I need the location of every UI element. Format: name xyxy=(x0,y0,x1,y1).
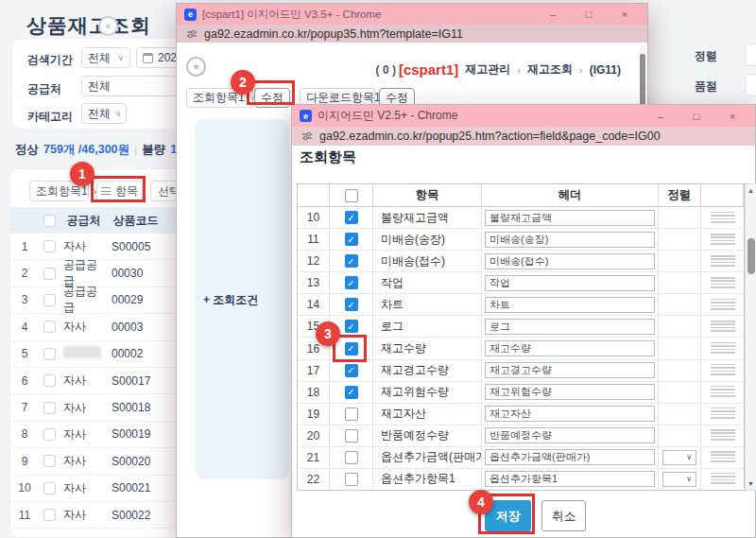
field-checkbox[interactable]: ✓ xyxy=(345,276,358,289)
drag-cell xyxy=(701,294,744,315)
soldout-field[interactable] xyxy=(745,74,756,96)
popup35-url[interactable]: ga92.ezadmin.co.kr/popup35.htm?template=… xyxy=(204,27,463,41)
checkbox-cell xyxy=(39,402,60,414)
field-checkbox[interactable]: ✓ xyxy=(345,320,358,333)
drag-handle-icon[interactable] xyxy=(711,277,735,289)
popup25-titlebar[interactable]: e 이지어드민 V2.5+ - Chrome – □ × xyxy=(292,105,755,127)
minimize-button[interactable]: – xyxy=(538,9,568,20)
drag-handle-icon[interactable] xyxy=(711,473,735,485)
drag-handle-icon[interactable] xyxy=(711,408,735,420)
drag-handle-icon[interactable] xyxy=(711,451,735,463)
field-checkbox[interactable]: ✓ xyxy=(345,254,358,268)
checkbox-cell: ✓ xyxy=(330,360,373,381)
header-input[interactable]: 차트 xyxy=(485,297,655,313)
period-select[interactable]: 전체 ∨ xyxy=(81,47,130,68)
row-checkbox[interactable] xyxy=(43,268,56,280)
header-item: 항목 xyxy=(373,184,482,206)
row-checkbox[interactable] xyxy=(43,374,56,387)
drag-handle-icon[interactable] xyxy=(711,429,735,442)
scroll-up-icon[interactable]: ▲ xyxy=(746,187,756,194)
breadcrumb-item[interactable]: 재고조회 xyxy=(527,61,573,78)
select-all-checkbox[interactable] xyxy=(345,189,358,202)
checkbox-cell: ✓ xyxy=(330,251,373,271)
drag-cell xyxy=(701,425,744,446)
drag-handle-icon[interactable] xyxy=(711,321,735,333)
field-checkbox[interactable] xyxy=(345,429,358,443)
category-label: 카테고리 xyxy=(27,109,73,125)
favorite-star-icon[interactable]: ★ xyxy=(98,16,118,36)
header-input[interactable]: 반품예정수량 xyxy=(485,427,655,443)
field-checkbox[interactable] xyxy=(345,408,358,421)
field-checkbox[interactable]: ✓ xyxy=(345,233,358,246)
header-input[interactable]: 재고수량 xyxy=(485,340,655,356)
screen: 상품재고조회 ★ 검색기간 전체 ∨ 2025-0 공급처 전체 카테고리 전체… xyxy=(0,0,756,538)
row-checkbox[interactable] xyxy=(43,428,56,441)
header-input[interactable]: 재고자산 xyxy=(485,406,655,422)
sort-select[interactable]: ∨ xyxy=(662,472,696,487)
header-input[interactable]: 작업 xyxy=(485,275,655,291)
scrollbar-thumb[interactable] xyxy=(747,238,755,274)
field-checkbox[interactable] xyxy=(345,473,358,486)
drag-handle-icon[interactable] xyxy=(711,299,735,311)
header-input[interactable]: 로그 xyxy=(485,319,655,335)
drag-handle-icon[interactable] xyxy=(711,234,735,246)
header-input[interactable]: 재고경고수량 xyxy=(485,362,655,378)
field-checkbox[interactable]: ✓ xyxy=(345,386,358,399)
calendar-icon xyxy=(143,53,153,63)
minimize-button[interactable]: – xyxy=(645,111,676,122)
field-item-label: 옵션추가금액(판매가) xyxy=(373,447,482,468)
field-row: 11✓미배송(송장)미배송(송장) xyxy=(298,229,744,251)
header-input[interactable]: 미배송(접수) xyxy=(485,253,655,269)
field-checkbox[interactable]: ✓ xyxy=(345,298,358,311)
drag-handle-icon[interactable] xyxy=(711,212,735,224)
add-query-condition-button[interactable]: + 조회조건 xyxy=(203,292,258,308)
popup35-titlebar[interactable]: e [cspart1] 이지어드민 V3.5+ - Chrome – □ × xyxy=(177,4,647,25)
annotation-step-1: 1 xyxy=(70,162,94,186)
sort-cell xyxy=(659,338,701,358)
popup25-url[interactable]: ga92.ezadmin.co.kr/popup25.htm?action=fi… xyxy=(319,130,661,143)
header-input[interactable]: 불량재고금액 xyxy=(485,210,655,226)
header-input[interactable]: 옵션추가항목1 xyxy=(485,471,655,487)
row-checkbox[interactable] xyxy=(43,348,56,360)
favorite-star-icon[interactable]: ★ xyxy=(186,57,206,77)
sort-field[interactable] xyxy=(745,43,756,66)
row-checkbox[interactable] xyxy=(43,482,56,495)
field-row: 19재고자산재고자산 xyxy=(298,404,744,425)
maximize-button[interactable]: □ xyxy=(574,9,604,20)
row-checkbox[interactable] xyxy=(43,402,56,414)
drag-handle-icon[interactable] xyxy=(711,342,735,355)
supplier-label: 공급처 xyxy=(27,81,61,97)
drag-handle-icon[interactable] xyxy=(711,386,735,398)
row-checkbox[interactable] xyxy=(43,240,56,252)
category-select[interactable]: 전체 ∨ xyxy=(81,103,127,124)
field-item-label: 재고수량 xyxy=(373,338,482,358)
field-checkbox[interactable] xyxy=(345,451,358,464)
site-settings-icon[interactable] xyxy=(186,28,198,40)
header-input[interactable]: 옵션추가금액(판매가) xyxy=(485,449,655,465)
supplier-cell: 자사 xyxy=(60,373,108,389)
header-input[interactable]: 재고위험수량 xyxy=(485,384,655,400)
field-checkbox[interactable]: ✓ xyxy=(345,364,358,377)
row-checkbox[interactable] xyxy=(43,455,56,467)
popup25-scrollbar[interactable]: ▲ ▼ xyxy=(745,183,756,491)
close-button[interactable]: × xyxy=(717,111,747,122)
sort-select[interactable]: ∨ xyxy=(662,450,696,465)
breadcrumb-item[interactable]: 재고관리 xyxy=(465,61,510,78)
header-cell: 미배송(송장) xyxy=(482,229,659,250)
select-all-checkbox[interactable] xyxy=(43,215,56,227)
row-checkbox[interactable] xyxy=(43,294,56,306)
row-number: 10 xyxy=(10,481,39,495)
sort-cell xyxy=(659,360,701,381)
drag-handle-icon[interactable] xyxy=(711,364,735,376)
drag-handle-icon[interactable] xyxy=(711,255,735,268)
cancel-button[interactable]: 취소 xyxy=(541,500,586,531)
row-checkbox[interactable] xyxy=(43,509,56,521)
scroll-down-icon[interactable]: ▼ xyxy=(746,480,756,487)
row-checkbox[interactable] xyxy=(43,321,56,333)
header-input[interactable]: 미배송(송장) xyxy=(485,232,655,248)
site-settings-icon[interactable] xyxy=(301,130,313,142)
field-row: 21옵션추가금액(판매가)옵션추가금액(판매가)∨ xyxy=(298,447,744,469)
maximize-button[interactable]: □ xyxy=(681,111,712,122)
field-checkbox[interactable]: ✓ xyxy=(345,211,358,224)
close-button[interactable]: × xyxy=(610,9,640,20)
